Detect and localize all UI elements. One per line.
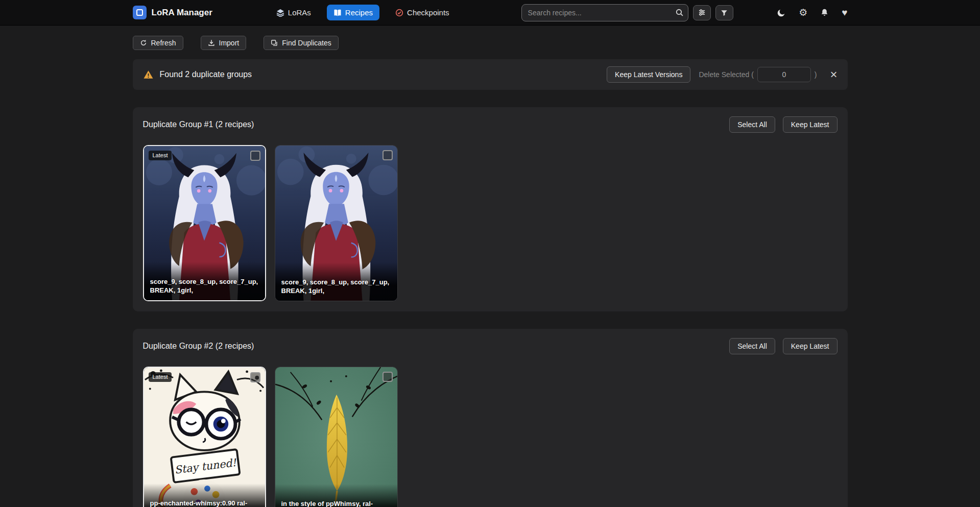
sliders-icon	[698, 9, 706, 16]
banner-actions: Keep Latest Versions Delete Selected ( )…	[607, 66, 837, 83]
nav-tab-loras[interactable]: LoRAs	[270, 5, 318, 20]
recipe-card[interactable]: score_9, score_8_up, score_7_up, BREAK, …	[275, 145, 398, 301]
group-title: Duplicate Group #1 (2 recipes)	[143, 120, 254, 129]
gear-icon: ⚙	[799, 8, 807, 17]
filter-icon	[721, 9, 728, 16]
notifications-button[interactable]	[820, 8, 829, 17]
search-icon	[675, 8, 684, 17]
refresh-icon	[140, 39, 147, 46]
group-2-header: Duplicate Group #2 (2 recipes) Select Al…	[143, 338, 838, 354]
refresh-button[interactable]: Refresh	[133, 36, 183, 50]
delete-selected-control: Delete Selected ( )	[699, 67, 817, 82]
filter-button[interactable]	[715, 5, 733, 20]
settings-button[interactable]: ⚙	[799, 8, 807, 17]
refresh-label: Refresh	[151, 39, 176, 47]
nav-tab-checkpoints[interactable]: Checkpoints	[389, 5, 456, 20]
main-nav: LoRAs Recipes Checkpoints	[270, 5, 456, 20]
group-2-cards: Latest pp-enchanted-whimsy:0.90 ral-frct…	[143, 367, 838, 507]
select-all-button[interactable]: Select All	[729, 116, 775, 133]
recipe-caption: score_9, score_8_up, score_7_up, BREAK, …	[275, 262, 397, 301]
import-icon	[208, 39, 215, 46]
theme-toggle-button[interactable]	[777, 8, 786, 17]
favorites-button[interactable]: ♥	[842, 8, 847, 17]
group-1-header: Duplicate Group #1 (2 recipes) Select Al…	[143, 116, 838, 133]
book-icon	[333, 9, 342, 17]
import-label: Import	[219, 39, 240, 47]
heart-icon: ♥	[842, 8, 847, 17]
banner-message: Found 2 duplicate groups	[160, 70, 252, 79]
delete-count-input[interactable]	[757, 67, 811, 82]
latest-badge: Latest	[149, 372, 172, 382]
search-options-button[interactable]	[693, 5, 711, 20]
page: { "colors": { "accent_blue": "#1a73d9", …	[0, 0, 980, 507]
select-checkbox[interactable]	[250, 151, 260, 161]
latest-badge: Latest	[149, 151, 172, 160]
recipe-caption-text: pp-enchanted-whimsy:0.90 ral-frctlgmtry_…	[150, 499, 259, 507]
select-checkbox[interactable]	[250, 372, 260, 382]
duplicate-group-1: Duplicate Group #1 (2 recipes) Select Al…	[133, 107, 848, 311]
nav-tab-label: LoRAs	[288, 8, 311, 17]
delete-selected-label: Delete Selected (	[699, 70, 753, 79]
close-icon[interactable]: ×	[830, 68, 837, 81]
search-bar	[521, 4, 688, 21]
warning-icon	[143, 69, 154, 80]
nav-tab-recipes[interactable]: Recipes	[327, 5, 379, 20]
search-button[interactable]	[675, 8, 684, 17]
group-1-cards: Latest score_9, score_8_up, score_7_up, …	[143, 145, 838, 301]
toolbar: Refresh Import Find Duplicates	[133, 36, 848, 50]
checkpoint-icon	[395, 9, 403, 17]
select-checkbox[interactable]	[383, 372, 393, 382]
recipe-caption: score_9, score_8_up, score_7_up, BREAK, …	[144, 262, 265, 300]
app-header: LoRA Manager LoRAs Recipes Checkpoints	[0, 0, 980, 26]
recipe-card[interactable]: Latest pp-enchanted-whimsy:0.90 ral-frct…	[143, 367, 266, 507]
recipe-caption-text: in the style of ppWhimsy, ral-frctlgmtry…	[281, 499, 391, 507]
find-duplicates-button[interactable]: Find Duplicates	[264, 36, 339, 50]
app-logo-icon	[133, 6, 147, 19]
find-duplicates-label: Find Duplicates	[282, 39, 331, 47]
main-content: Refresh Import Find Duplicates Found 2 d…	[133, 36, 848, 507]
keep-latest-button[interactable]: Keep Latest	[783, 116, 838, 133]
duplicates-banner: Found 2 duplicate groups Keep Latest Ver…	[133, 59, 848, 90]
moon-icon	[777, 8, 786, 17]
import-button[interactable]: Import	[201, 36, 247, 50]
app-title: LoRA Manager	[152, 8, 212, 18]
bell-icon	[820, 8, 829, 17]
keep-latest-versions-button[interactable]: Keep Latest Versions	[607, 66, 690, 83]
select-all-button[interactable]: Select All	[729, 338, 775, 354]
app-brand: LoRA Manager	[133, 6, 212, 19]
recipe-caption: pp-enchanted-whimsy:0.90 ral-frctlgmtry_…	[144, 484, 265, 507]
layers-icon	[276, 9, 284, 17]
nav-tab-label: Checkpoints	[407, 8, 449, 17]
delete-selected-label-suffix: )	[815, 70, 817, 79]
recipe-card[interactable]: Latest score_9, score_8_up, score_7_up, …	[143, 145, 266, 301]
keep-latest-button[interactable]: Keep Latest	[783, 338, 838, 354]
recipe-caption: in the style of ppWhimsy, ral-frctlgmtry…	[275, 484, 397, 507]
select-checkbox[interactable]	[383, 150, 393, 160]
duplicate-group-2: Duplicate Group #2 (2 recipes) Select Al…	[133, 329, 848, 507]
group-actions: Select All Keep Latest	[729, 116, 837, 133]
search-input[interactable]	[521, 4, 688, 21]
recipe-caption-text: score_9, score_8_up, score_7_up, BREAK, …	[150, 277, 259, 295]
recipe-card[interactable]: in the style of ppWhimsy, ral-frctlgmtry…	[275, 367, 398, 507]
nav-tab-label: Recipes	[345, 8, 373, 17]
group-actions: Select All Keep Latest	[729, 338, 837, 354]
recipe-caption-text: score_9, score_8_up, score_7_up, BREAK, …	[281, 278, 391, 295]
duplicates-icon	[271, 39, 278, 46]
group-title: Duplicate Group #2 (2 recipes)	[143, 342, 254, 351]
header-icon-group: ⚙ ♥	[777, 8, 847, 17]
